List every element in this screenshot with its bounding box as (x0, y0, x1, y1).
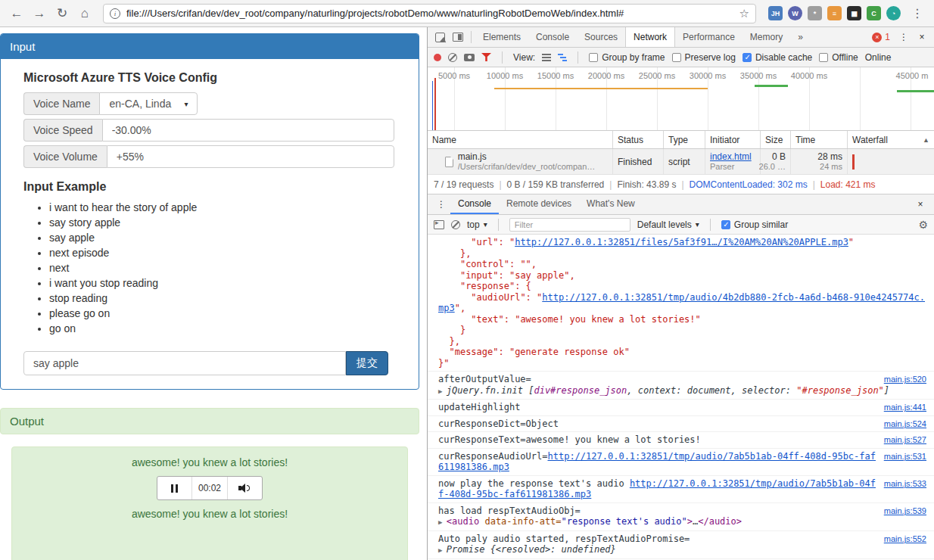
expand-arrow-icon[interactable]: ▶ (438, 518, 447, 526)
tab-elements[interactable]: Elements (475, 27, 528, 47)
extension-icon-2[interactable]: W (788, 6, 802, 20)
network-overview-timeline[interactable]: 5000 ms 10000 ms 15000 ms 20000 ms 25000… (428, 67, 934, 131)
volume-button[interactable] (227, 477, 262, 499)
column-header-type[interactable]: Type (664, 131, 705, 148)
disable-cache-checkbox[interactable]: Disable cache (743, 52, 812, 63)
expand-arrow-icon[interactable]: ▶ (438, 387, 447, 395)
tab-performance[interactable]: Performance (675, 27, 743, 47)
request-initiator-link[interactable]: index.html (710, 151, 755, 162)
tab-sources[interactable]: Sources (577, 27, 625, 47)
overview-view-icon[interactable] (558, 54, 567, 61)
reload-icon[interactable]: ↻ (53, 5, 71, 23)
console-filter-input[interactable] (509, 218, 630, 232)
table-row[interactable]: main.js /Users/crifan/dev/dev_root/compa… (428, 149, 934, 175)
timeline-tick: 35000 ms (740, 71, 777, 80)
bookmark-star-icon[interactable]: ☆ (739, 7, 749, 20)
view-label: View: (513, 52, 535, 63)
drawer-tab-remote-devices[interactable]: Remote devices (499, 194, 579, 214)
user-input-field[interactable] (23, 351, 346, 375)
extension-icon-7[interactable]: ◔ (886, 6, 901, 20)
console-source-link[interactable]: main.js:520 (884, 374, 926, 385)
console-line: main.js:441updateHighlight (438, 402, 926, 413)
console-text: now play the response text's audio (438, 478, 630, 489)
extension-icon-1[interactable]: JH (768, 6, 783, 20)
drawer-tab-whats-new[interactable]: What's New (579, 194, 643, 214)
voice-volume-input[interactable] (107, 145, 394, 168)
timeline-tick: 25000 ms (639, 71, 675, 80)
console-source-link[interactable]: main.js:539 (884, 506, 926, 517)
console-text: ] (884, 385, 889, 396)
column-header-waterfall[interactable]: Waterfall ▲ (848, 131, 934, 148)
devtools-close-icon[interactable]: × (913, 27, 931, 47)
audio-time: 00:02 (191, 477, 226, 499)
console-line: }, (438, 248, 926, 260)
console-sidebar-icon[interactable] (434, 220, 444, 229)
group-by-frame-checkbox[interactable]: Group by frame (589, 52, 665, 63)
extension-icon-3[interactable]: * (808, 6, 822, 20)
audio-player[interactable]: 00:02 (157, 476, 263, 500)
device-toolbar-icon[interactable] (449, 27, 467, 47)
extension-icon-4[interactable]: ≡ (827, 6, 842, 20)
offline-checkbox[interactable]: Offline (819, 52, 858, 63)
execution-context-select[interactable]: top ▾ (467, 219, 487, 230)
record-icon[interactable] (434, 54, 441, 61)
home-icon[interactable]: ⌂ (76, 5, 94, 23)
tab-console[interactable]: Console (528, 27, 577, 47)
summary-finish: Finish: 43.89 s (617, 179, 676, 190)
console-output[interactable]: "url": "http://127.0.0.1:32851/files/5af… (428, 235, 934, 560)
throttling-select[interactable]: Online (865, 52, 892, 63)
extension-icon-6[interactable]: C (867, 6, 881, 20)
tab-network[interactable]: Network (625, 27, 675, 47)
drawer-menu-icon[interactable]: ⋮ (432, 194, 450, 214)
pause-button[interactable] (157, 477, 191, 499)
log-levels-select[interactable]: Default levels ▾ (637, 219, 699, 230)
console-source-link[interactable]: main.js:552 (884, 534, 926, 545)
request-rows-view-icon[interactable] (542, 54, 551, 61)
more-tabs-icon[interactable]: » (790, 27, 811, 47)
timeline-tick: 20000 ms (588, 71, 624, 80)
dcl-marker (432, 81, 433, 130)
voice-name-select[interactable]: en-CA, Linda ▾ (99, 92, 198, 115)
column-header-time[interactable]: Time (791, 131, 848, 148)
devtools-menu-icon[interactable]: ⋮ (895, 27, 913, 47)
address-bar[interactable]: i file:///Users/crifan/dev/dev_root/comp… (103, 4, 756, 23)
console-link[interactable]: http://127.0.0.1:32851/files/5af3f91…/I%… (515, 237, 848, 247)
console-source-link[interactable]: main.js:527 (884, 434, 926, 446)
forward-icon[interactable]: → (30, 5, 48, 23)
console-source-link[interactable]: main.js:441 (884, 402, 926, 413)
console-line: "text": "awesome! you knew a lot stories… (438, 314, 926, 325)
column-header-status[interactable]: Status (613, 131, 664, 148)
console-source-link[interactable]: main.js:533 (884, 478, 926, 490)
console-text: } (438, 325, 465, 335)
back-icon[interactable]: ← (8, 5, 26, 23)
clear-icon[interactable] (448, 53, 457, 62)
console-source-link[interactable]: main.js:531 (884, 451, 926, 462)
column-header-name[interactable]: Name (428, 131, 613, 148)
load-marker (434, 78, 436, 130)
column-header-size[interactable]: Size (761, 131, 791, 148)
error-badge[interactable]: × 1 (867, 32, 895, 42)
browser-menu-icon[interactable]: ⋮ (908, 6, 926, 20)
expand-arrow-icon[interactable]: ▶ (438, 546, 447, 554)
tab-memory[interactable]: Memory (743, 27, 790, 47)
filter-icon[interactable] (481, 53, 491, 61)
console-message: main.js:520afterOutputValue=▶ jQuery.fn.… (428, 372, 934, 400)
page-info-icon[interactable]: i (110, 8, 120, 19)
url-text[interactable]: file:///Users/crifan/dev/dev_root/compan… (126, 8, 733, 19)
extension-icon-5[interactable]: ▦ (847, 6, 861, 20)
submit-button[interactable]: 提交 (346, 351, 388, 375)
inspect-element-icon[interactable] (431, 27, 449, 47)
list-item: i want you stop reading (49, 275, 396, 291)
preserve-log-checkbox[interactable]: Preserve log (672, 52, 736, 63)
clear-console-icon[interactable] (451, 220, 460, 229)
drawer-tab-console[interactable]: Console (450, 194, 499, 214)
screenshot-capture-icon[interactable] (464, 54, 475, 61)
console-text: curResponseDict=Object (438, 418, 559, 429)
voice-speed-input[interactable] (102, 119, 394, 142)
console-settings-gear-icon[interactable]: ⚙ (918, 219, 928, 231)
group-similar-checkbox[interactable]: Group similar (721, 219, 788, 230)
column-header-initiator[interactable]: Initiator (705, 131, 761, 148)
console-text: "response": { (438, 281, 531, 291)
drawer-close-icon[interactable]: × (911, 194, 929, 214)
console-source-link[interactable]: main.js:524 (884, 418, 926, 430)
